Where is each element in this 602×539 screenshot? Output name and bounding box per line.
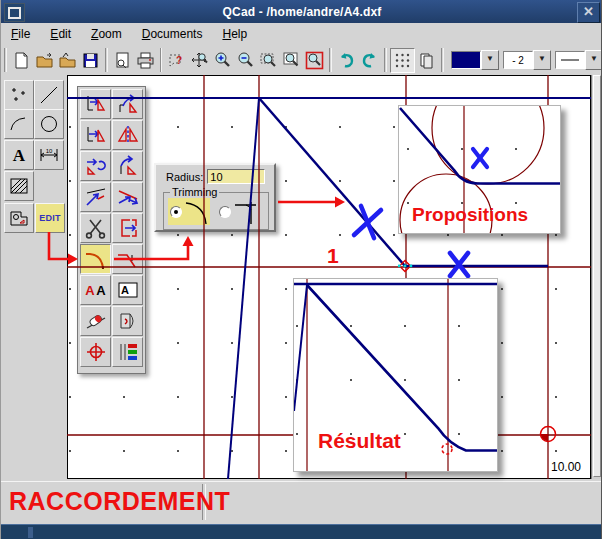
fillet-options-dialog: Radius: Trimming: [154, 163, 276, 232]
trim-none-option[interactable]: [217, 198, 261, 225]
menu-documents[interactable]: Documents: [142, 27, 203, 41]
text-box-tool-icon[interactable]: A: [112, 275, 143, 305]
pan-zoom-icon[interactable]: [188, 49, 211, 72]
svg-text:10: 10: [46, 148, 53, 154]
cut-tool-icon[interactable]: [80, 213, 111, 243]
zoom-auto-icon[interactable]: [280, 49, 303, 72]
deselect-icon[interactable]: ?: [165, 49, 188, 72]
filleted-result-polyline: [307, 285, 497, 451]
main-toolbar: ? ▼ - 2 ▼: [1, 45, 602, 76]
toolbar-separator: [384, 48, 387, 72]
dimension-tool-icon[interactable]: 10: [34, 140, 64, 170]
fillet-tool-icon[interactable]: [80, 244, 111, 274]
drawing-tools-panel: A 10 EDIT: [1, 75, 67, 481]
trim-two-tool-icon[interactable]: [112, 182, 143, 212]
mirror-axis-tool-icon[interactable]: [112, 120, 143, 150]
desktop-taskbar[interactable]: [1, 524, 602, 539]
mirror-tool-icon[interactable]: [80, 120, 111, 150]
zoom-in-icon[interactable]: [211, 49, 234, 72]
circle-tool-icon[interactable]: [34, 109, 64, 139]
zoom-window-icon[interactable]: [257, 49, 280, 72]
move-tool-icon[interactable]: [80, 89, 111, 119]
toolbar-separator: [160, 48, 163, 72]
edit-tools-palette: AA A: [77, 86, 146, 374]
menu-zoom[interactable]: Zoom: [91, 27, 122, 41]
linestyle-combo[interactable]: ▼: [555, 50, 602, 70]
radius-label: Radius:: [166, 171, 203, 183]
svg-text:A: A: [96, 283, 106, 298]
delete-tool-icon[interactable]: [80, 306, 111, 336]
close-button[interactable]: ✕: [577, 2, 600, 23]
trimming-label: Trimming: [170, 186, 219, 198]
chevron-down-icon[interactable]: ▼: [481, 50, 499, 70]
menu-bar: File Edit Zoom Documents Help: [1, 23, 602, 46]
bend-tool-icon[interactable]: [112, 151, 143, 181]
flip-tool-icon[interactable]: [112, 306, 143, 336]
menu-edit[interactable]: Edit: [50, 27, 71, 41]
rotate-tool-icon[interactable]: [112, 89, 143, 119]
zoom-out-icon[interactable]: [234, 49, 257, 72]
toolbar-separator: [441, 48, 444, 72]
radio-selected-icon[interactable]: [170, 206, 182, 218]
resultat-inset: Résultat: [293, 278, 498, 472]
undo-icon[interactable]: [335, 49, 358, 72]
trim-round-option[interactable]: [168, 198, 210, 225]
entity-color-swatch: [451, 51, 481, 69]
shape-tool-icon[interactable]: [4, 203, 34, 233]
trim-tool-icon[interactable]: [80, 182, 111, 212]
propositions-label: Propositions: [412, 204, 528, 226]
layers-icon[interactable]: [415, 49, 438, 72]
vertical-scrollbar[interactable]: [591, 75, 601, 479]
proposal-circle-1: [432, 106, 544, 184]
redraw-icon[interactable]: [303, 49, 326, 72]
taskbar-handle[interactable]: [28, 527, 33, 538]
move-rotate-tool-icon[interactable]: [80, 151, 111, 181]
chamfer-tool-icon[interactable]: [112, 244, 143, 274]
redo-icon[interactable]: [358, 49, 381, 72]
toolbar-separator: [105, 48, 108, 72]
print-preview-icon[interactable]: [111, 49, 134, 72]
width-combo[interactable]: - 2 ▼: [503, 50, 551, 70]
svg-text:A: A: [13, 146, 26, 165]
radius-input[interactable]: [207, 169, 265, 184]
edit-text-tool-icon[interactable]: AA: [80, 275, 111, 305]
entity-steep-line-inset: [294, 285, 307, 411]
insert-drawing-icon[interactable]: [56, 49, 79, 72]
propositions-inset: Propositions: [398, 105, 561, 234]
svg-text:?: ?: [176, 55, 182, 66]
grid-toggle-icon[interactable]: [390, 48, 415, 73]
open-file-icon[interactable]: [33, 49, 56, 72]
resultat-label: Résultat: [318, 429, 401, 453]
new-file-icon[interactable]: [10, 49, 33, 72]
chevron-down-icon[interactable]: ▼: [585, 50, 602, 70]
title-bar[interactable]: QCad - /home/andre/A4.dxf ✕: [1, 0, 602, 23]
toolbar-separator: [329, 48, 332, 72]
print-icon[interactable]: [134, 49, 157, 72]
linestyle-preview: [555, 51, 585, 69]
coordinate-label: 10.00: [551, 460, 581, 474]
trim-none-icon: [233, 199, 259, 225]
pick-x-icon: [473, 149, 487, 167]
color-combo[interactable]: ▼: [451, 50, 499, 70]
system-menu-icon[interactable]: [4, 3, 25, 22]
line-tool-icon[interactable]: [34, 80, 64, 110]
attributes-tool-icon[interactable]: [112, 337, 143, 367]
window-title: QCad - /home/andre/A4.dxf: [1, 5, 602, 19]
edit-mode-button[interactable]: EDIT: [35, 203, 65, 233]
radio-unselected-icon[interactable]: [219, 206, 231, 218]
hatch-tool-icon[interactable]: [4, 171, 34, 201]
menu-help[interactable]: Help: [222, 27, 247, 41]
filleted-polyline: [400, 108, 560, 184]
width-value: - 2: [503, 51, 533, 69]
points-tool-icon[interactable]: [4, 80, 34, 110]
chevron-down-icon[interactable]: ▼: [533, 50, 551, 70]
arc-tool-icon[interactable]: [4, 109, 34, 139]
save-icon[interactable]: [79, 49, 102, 72]
text-tool-icon[interactable]: A: [4, 140, 34, 170]
trim-round-icon: [184, 199, 208, 225]
snap-center-tool-icon[interactable]: [80, 337, 111, 367]
trimming-group: Trimming: [163, 192, 269, 230]
menu-file[interactable]: File: [11, 27, 30, 41]
svg-text:A: A: [85, 283, 95, 298]
stretch-tool-icon[interactable]: [112, 213, 143, 243]
